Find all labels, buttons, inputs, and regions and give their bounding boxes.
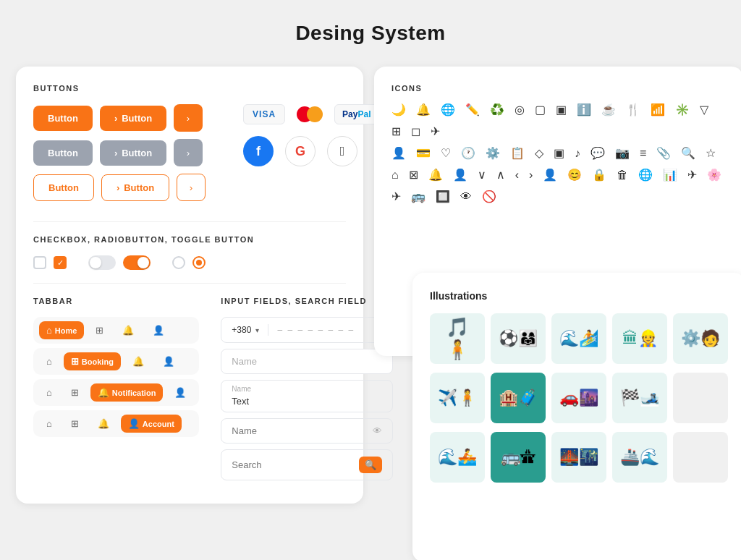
ski-icon: 🏁🎿 [620, 389, 659, 407]
tab-home-2[interactable]: ⌂ [39, 352, 59, 370]
illus-bridge: 🌉🌃 [551, 432, 606, 483]
eye-icon[interactable]: 👁 [373, 425, 382, 436]
gray-button-1[interactable]: Button [33, 140, 93, 166]
tab-booking-1[interactable]: ⊞ [88, 321, 111, 339]
illus-ship: 🚢🌊 [612, 432, 667, 483]
outline-button-1[interactable]: Button [33, 174, 94, 201]
tab-account[interactable]: 👤 Account [121, 415, 182, 433]
web-icon: 🌐 [638, 169, 653, 181]
apps-icon: ⊞ [391, 126, 401, 137]
chevron-right-icon-gray: › [187, 148, 190, 158]
tab-account-1[interactable]: 👤 [145, 321, 172, 339]
tab-notification-2[interactable]: 🔔 [125, 352, 151, 370]
edit-icon: ✏️ [465, 104, 480, 116]
toggle-off[interactable] [88, 255, 116, 270]
tab-home-3[interactable]: ⌂ [39, 383, 59, 402]
name-password-field[interactable]: 👁 [221, 418, 393, 444]
bell-icon-sm: 🔔 [428, 169, 443, 181]
globe-icon: 🌐 [441, 104, 455, 116]
illus-row-2: ✈️🧍 🏨🧳 🚗🌆 🏁🎿 [430, 373, 728, 423]
tab-account-2[interactable]: 👤 [156, 352, 182, 370]
gray-arrow-button-1[interactable]: › Button [100, 140, 166, 166]
toggle-group [88, 255, 151, 270]
checkbox-group: ✓ [33, 256, 67, 269]
tab-notification-1[interactable]: 🔔 [115, 321, 141, 339]
name-input-1[interactable] [221, 349, 393, 374]
arrow-icon: › [114, 113, 117, 124]
flower-icon: 🌸 [707, 169, 721, 181]
illus-soccer: ⚽👨‍👩‍👧 [491, 313, 546, 364]
chart-icon: 📊 [663, 169, 677, 181]
emoji-icon: 😊 [567, 169, 582, 181]
buttons-row-3: Button › Button › [33, 174, 206, 201]
chevron-left-icon: ‹ [515, 169, 519, 181]
tab-booking-3[interactable]: ⊞ [64, 383, 86, 402]
checkbox-unchecked[interactable] [33, 256, 46, 269]
bell-icon-1: 🔔 [122, 325, 134, 336]
icons-row-2: 👤 💳 ♡ 🕐 ⚙️ 📋 ◇ ▣ ♪ 💬 📷 ≡ 📎 🔍 ☆ [391, 148, 726, 159]
travel-icon: ✈️🧍 [438, 389, 477, 407]
phone-field[interactable]: +380 ▾ – – – – – – – – [221, 317, 393, 343]
arrow-icon-gray: › [114, 148, 117, 158]
name-text-input[interactable] [232, 396, 382, 407]
illus-car: 🚗🌆 [551, 373, 606, 423]
illus-empty-1 [673, 373, 728, 423]
info-icon: ℹ️ [577, 104, 591, 116]
facebook-button[interactable]: f [243, 136, 274, 166]
tabbar-bar-4: ⌂ ⊞ 🔔 👤 Account [33, 410, 199, 437]
orange-icon-button-1[interactable]: › [174, 104, 203, 132]
buttons-row-2: Button › Button › [33, 139, 206, 166]
user-icon-sm2: 👤 [453, 169, 467, 181]
search-input[interactable] [232, 459, 353, 470]
tab-home[interactable]: ⌂ Home [39, 321, 84, 339]
icons-row-1: 🌙 🔔 🌐 ✏️ ♻️ ◎ ▢ ▣ ℹ️ ☕ 🍴 📶 ✳️ ▽ ⊞ ◻ ✈ [391, 104, 726, 137]
buttons-payment-area: Button › Button › Button › Button [33, 104, 346, 208]
tab-home-4[interactable]: ⌂ [39, 415, 59, 433]
radio-checked[interactable] [192, 256, 206, 269]
wave-icon: 🌊🏄 [559, 329, 598, 348]
orange-button-1[interactable]: Button [33, 106, 93, 131]
tabbar-bar-1: ⌂ Home ⊞ 🔔 👤 [33, 317, 199, 344]
outline-arrow-button-1[interactable]: › Button [101, 174, 169, 201]
camera-icon: 📷 [615, 148, 630, 159]
illus-kayak: 🌊🚣 [430, 432, 485, 483]
google-button[interactable]: G [285, 136, 316, 166]
tab-booking[interactable]: ⊞ Booking [64, 352, 121, 370]
toggle-on[interactable] [123, 255, 151, 270]
bell-icon-active: 🔔 [98, 387, 109, 398]
name-input-eye[interactable] [232, 425, 367, 436]
buttons-left-col: Button › Button › Button › Button [33, 104, 206, 208]
no-icon: 🚫 [482, 191, 496, 203]
tab-notification[interactable]: 🔔 Notification [90, 383, 164, 402]
tab-account-3[interactable]: 👤 [167, 383, 193, 402]
left-card: BUTTONS Button › Button › Button [16, 67, 363, 504]
construction-icon: 🏛👷 [622, 329, 658, 348]
list-icon: ≡ [640, 148, 646, 159]
tab-booking-4[interactable]: ⊞ [64, 415, 86, 433]
star-icon: ☆ [706, 148, 716, 159]
clipboard-icon: 📋 [510, 148, 525, 159]
illus-empty-2 [673, 432, 728, 483]
orange-arrow-button-1[interactable]: › Button [100, 106, 166, 131]
payment-row-1: VISA PayPal [243, 104, 378, 124]
illus-travel: ✈️🧍 [430, 373, 485, 423]
trash-icon: 🗑 [617, 169, 628, 181]
apple-button[interactable]:  [327, 136, 357, 166]
checkbox-checked[interactable]: ✓ [54, 256, 67, 269]
name-input-with-label[interactable]: Name [221, 380, 393, 412]
radio-unchecked[interactable] [172, 256, 185, 269]
search-button[interactable]: 🔍 [359, 457, 382, 473]
tab-notification-4[interactable]: 🔔 [90, 415, 117, 433]
home-icon-sm: ⌂ [391, 169, 399, 181]
social-row: f G  [243, 136, 378, 166]
illus-row-1: 🎵🧍 ⚽👨‍👩‍👧 🌊🏄 🏛👷 ⚙️🧑 [430, 313, 728, 364]
user-icon-1: 👤 [153, 325, 164, 336]
gray-icon-button-1[interactable]: › [174, 139, 203, 166]
search-field[interactable]: 🔍 [221, 449, 393, 480]
illustrations-grid: 🎵🧍 ⚽👨‍👩‍👧 🌊🏄 🏛👷 ⚙️🧑 ✈️🧍 [430, 313, 728, 483]
outline-icon-button-1[interactable]: › [177, 174, 206, 201]
square-icon: ▢ [535, 104, 546, 116]
border-icon: 🔲 [436, 191, 450, 203]
illus-wave: 🌊🏄 [551, 313, 606, 364]
illus-ski: 🏁🎿 [612, 373, 667, 423]
